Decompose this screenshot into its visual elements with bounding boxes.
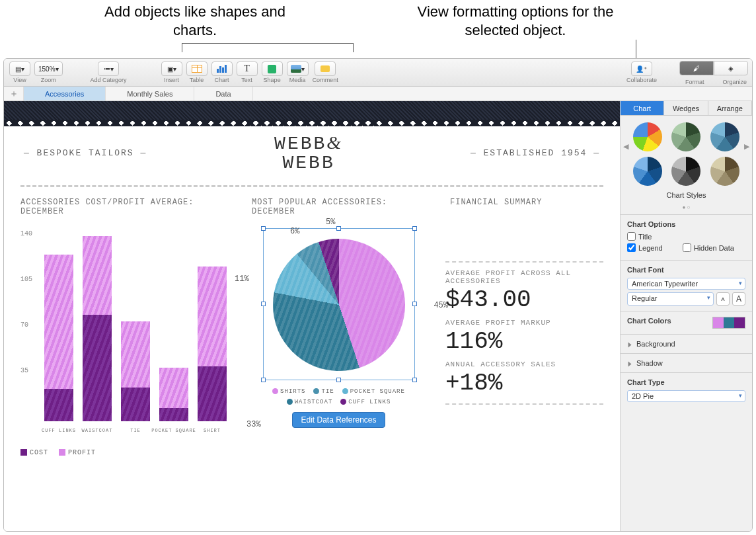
bar-label: TIE bbox=[130, 428, 141, 433]
edit-data-references-button[interactable]: Edit Data References bbox=[292, 412, 385, 428]
disclosure-icon[interactable] bbox=[628, 343, 632, 348]
title-cb-label: Title bbox=[638, 233, 652, 241]
insert-button[interactable]: ▣▾ bbox=[161, 62, 182, 76]
bespoke-caption: — BESPOKE TAILORS — bbox=[24, 148, 147, 158]
text-button[interactable]: T bbox=[237, 62, 258, 76]
divider bbox=[20, 185, 603, 187]
selection-handle[interactable] bbox=[261, 226, 266, 231]
disclosure-icon[interactable] bbox=[628, 362, 632, 367]
format-label: Format bbox=[685, 79, 704, 85]
shape-button[interactable] bbox=[262, 62, 283, 76]
annotation-right: View formatting options for the selected… bbox=[397, 3, 634, 39]
bar-label: POCKET SQUARE bbox=[151, 428, 196, 433]
organize-label: Organize bbox=[722, 79, 747, 85]
legend-profit: PROFIT bbox=[68, 449, 96, 456]
chart-style-4[interactable] bbox=[633, 157, 662, 186]
zoom-button[interactable]: 150%▾ bbox=[34, 62, 63, 76]
chart-colors-picker[interactable] bbox=[712, 317, 745, 329]
format-inspector: Chart Wedges Arrange ◀ ▶ Chart Styles ● … bbox=[620, 101, 752, 531]
bar-cuff-links: CUFF LINKS bbox=[44, 235, 73, 421]
ytick-35: 35 bbox=[20, 367, 28, 374]
chart-style-5[interactable] bbox=[671, 157, 700, 186]
selection-handle[interactable] bbox=[261, 378, 266, 382]
font-smaller-button[interactable]: A bbox=[716, 292, 730, 306]
pie-legend-item: TIE bbox=[313, 388, 334, 395]
organize-button[interactable]: ◈ bbox=[714, 61, 748, 75]
chart-type-select[interactable]: 2D Pie bbox=[627, 390, 745, 402]
pie-legend-item: SHIRTS bbox=[272, 388, 305, 395]
chart-styles-grid bbox=[621, 116, 752, 188]
format-button[interactable]: 🖌 bbox=[679, 61, 714, 75]
background-row[interactable]: Background bbox=[636, 340, 675, 348]
styles-prev-icon[interactable]: ◀ bbox=[623, 142, 628, 151]
hidden-data-cb-label: Hidden Data bbox=[694, 244, 734, 252]
pie-legend-item: WAISTCOAT bbox=[287, 399, 333, 405]
legend-checkbox[interactable] bbox=[627, 243, 636, 252]
chart-style-1[interactable] bbox=[633, 122, 662, 151]
selection-handle[interactable] bbox=[336, 226, 341, 231]
selection-handle[interactable] bbox=[412, 302, 417, 306]
legend-cost: COST bbox=[30, 449, 48, 456]
sheet-canvas[interactable]: — BESPOKE TAILORS — WEBB&WEBB — ESTABLIS… bbox=[4, 101, 620, 531]
inspector-tab-arrange[interactable]: Arrange bbox=[708, 101, 752, 116]
chart-colors-label: Chart Colors bbox=[627, 317, 671, 325]
add-category-button[interactable]: ≔▾ bbox=[98, 62, 119, 76]
comment-button[interactable] bbox=[315, 62, 336, 76]
shadow-row[interactable]: Shadow bbox=[636, 359, 663, 367]
styles-next-icon[interactable]: ▶ bbox=[744, 142, 749, 151]
view-label: View bbox=[13, 77, 26, 83]
zoom-label: Zoom bbox=[41, 77, 56, 83]
table-button[interactable] bbox=[186, 62, 208, 76]
title-checkbox[interactable] bbox=[627, 232, 636, 241]
bar-chart[interactable]: 35 70 105 140 CUFF LINKSWAISTCOATTIEPOCK… bbox=[20, 228, 232, 456]
pie-chart-selected[interactable]: 45% 33% 11% 6% 5% SHIRTSTIEPOCKET SQUARE… bbox=[248, 228, 430, 428]
inspector-tab-wedges[interactable]: Wedges bbox=[664, 101, 708, 116]
font-larger-button[interactable]: A bbox=[732, 292, 745, 306]
summary-value-3: +18% bbox=[445, 370, 603, 397]
styles-pager: ● ○ bbox=[621, 204, 752, 210]
selection-handle[interactable] bbox=[261, 302, 266, 306]
add-sheet-button[interactable]: ＋ bbox=[4, 87, 24, 101]
annotation-bracket-left bbox=[182, 43, 354, 52]
view-button[interactable]: ▤▾ bbox=[9, 62, 30, 76]
table-icon bbox=[192, 65, 202, 73]
bar-pocket-square: POCKET SQUARE bbox=[159, 235, 188, 421]
summary-title: FINANCIAL SUMMARY bbox=[450, 198, 603, 216]
tab-data[interactable]: Data bbox=[194, 87, 252, 101]
inspector-tab-chart[interactable]: Chart bbox=[621, 101, 664, 116]
chart-font-label: Chart Font bbox=[627, 266, 745, 274]
financial-summary: AVERAGE PROFIT ACROSS ALL ACCESSORIES $4… bbox=[445, 228, 603, 411]
chart-style-2[interactable] bbox=[671, 122, 700, 151]
summary-label-3: ANNUAL ACCESSORY SALES bbox=[445, 360, 603, 368]
selection-handle[interactable] bbox=[412, 378, 417, 382]
chart-styles-label: Chart Styles bbox=[621, 191, 752, 199]
font-family-select[interactable]: American Typewriter bbox=[627, 278, 745, 290]
hidden-data-checkbox[interactable] bbox=[683, 243, 691, 252]
chart-icon bbox=[217, 65, 227, 73]
pie-label-45: 45% bbox=[434, 301, 448, 310]
collaborate-button[interactable]: 👤⁺ bbox=[631, 62, 652, 76]
header-texture bbox=[4, 101, 620, 121]
tab-monthly-sales[interactable]: Monthly Sales bbox=[106, 87, 194, 101]
sheet-tabs: ＋ Accessories Monthly Sales Data bbox=[4, 87, 752, 101]
font-style-select[interactable]: Regular bbox=[627, 292, 714, 306]
pie-graphic bbox=[273, 239, 405, 371]
selection-handle[interactable] bbox=[412, 226, 417, 231]
annotation-left: Add objects like shapes and charts. bbox=[102, 3, 287, 39]
chart-style-6[interactable] bbox=[710, 157, 739, 186]
summary-label-1: AVERAGE PROFIT ACROSS ALL ACCESSORIES bbox=[445, 269, 603, 285]
legend-cb-label: Legend bbox=[638, 244, 663, 252]
bar-label: CUFF LINKS bbox=[42, 428, 76, 433]
pie-title: MOST POPULAR ACCESSORIES: DECEMBER bbox=[252, 198, 430, 216]
text-label: Text bbox=[241, 77, 252, 83]
established-caption: — ESTABLISHED 1954 — bbox=[471, 148, 600, 158]
media-label: Media bbox=[289, 77, 306, 83]
chart-style-3[interactable] bbox=[710, 122, 739, 151]
media-button[interactable]: ▾ bbox=[287, 62, 309, 76]
tab-accessories[interactable]: Accessories bbox=[24, 87, 106, 101]
selection-handle[interactable] bbox=[336, 378, 341, 382]
summary-value-2: 116% bbox=[445, 328, 603, 355]
bar-label: SHIRT bbox=[204, 428, 221, 433]
chart-button[interactable] bbox=[211, 62, 233, 76]
pie-legend: SHIRTSTIEPOCKET SQUAREWAISTCOATCUFF LINK… bbox=[248, 388, 430, 405]
